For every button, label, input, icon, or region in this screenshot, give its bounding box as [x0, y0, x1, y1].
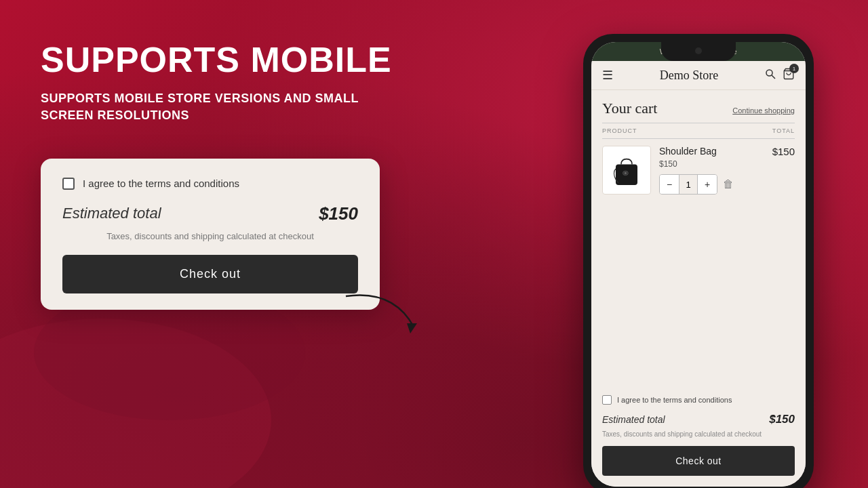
delete-product-button[interactable]: 🗑	[723, 178, 734, 190]
phone-nav: ☰ Demo Store	[591, 61, 806, 90]
svg-marker-0	[407, 323, 417, 333]
main-title: SUPPORTS MOBILE	[41, 41, 570, 79]
phone-product-name: Shoulder Bag	[659, 146, 760, 157]
phone-checkout-section: I agree to the terms and conditions Esti…	[591, 388, 806, 487]
phone-checkout-button[interactable]: Check out	[602, 446, 795, 476]
phone-total-row: Estimated total $150	[602, 413, 795, 426]
phone-agree-row: I agree to the terms and conditions	[602, 395, 795, 405]
phone-camera	[695, 47, 702, 54]
card-estimated-total-label: Estimated total	[62, 205, 161, 222]
phone-notch	[661, 42, 736, 61]
phone-continue-shopping[interactable]: Continue shopping	[732, 106, 795, 115]
sub-title: SUPPORTS MOBILE STORE VERSIONS AND SMALL…	[41, 90, 380, 124]
phone-mockup: Welcome to our store ☰ Demo Store	[583, 34, 814, 488]
phone-agree-checkbox[interactable]	[602, 395, 612, 405]
cart-icon[interactable]: 1	[783, 68, 795, 83]
phone-product-info: Shoulder Bag $150 − 1 + 🗑	[659, 146, 760, 195]
phone-qty-row: − 1 + 🗑	[659, 174, 760, 195]
card-agree-label: I agree to the terms and conditions	[83, 178, 239, 189]
phone-store-name: Demo Store	[618, 68, 760, 83]
phone-product-price-small: $150	[659, 159, 760, 169]
card-total-row: Estimated total $150	[62, 203, 358, 224]
phone-estimated-total-label: Estimated total	[602, 414, 665, 425]
card-checkout-button[interactable]: Check out	[62, 255, 358, 293]
phone-product-row: Shoulder Bag $150 − 1 + 🗑	[602, 146, 795, 195]
product-col-header: PRODUCT	[602, 127, 637, 134]
cart-badge: 1	[789, 64, 799, 73]
phone-cart-title: Your cart	[602, 100, 657, 117]
search-icon[interactable]	[765, 68, 776, 82]
card-tax-note: Taxes, discounts and shipping calculated…	[62, 231, 358, 241]
phone-cart-header: Your cart Continue shopping	[602, 100, 795, 117]
card-agree-row: I agree to the terms and conditions	[62, 178, 358, 190]
phone-screen: Welcome to our store ☰ Demo Store	[591, 42, 806, 487]
floating-card: I agree to the terms and conditions Esti…	[41, 159, 380, 310]
qty-increase-button[interactable]: +	[698, 175, 717, 194]
svg-point-6	[625, 172, 627, 174]
qty-decrease-button[interactable]: −	[660, 175, 679, 194]
phone-nav-icons: 1	[765, 68, 795, 83]
phone-tax-note: Taxes, discounts and shipping calculated…	[602, 430, 795, 438]
hamburger-icon[interactable]: ☰	[602, 68, 613, 83]
right-column: Welcome to our store ☰ Demo Store	[570, 27, 827, 488]
product-image	[602, 146, 651, 195]
svg-point-1	[766, 70, 772, 76]
phone-cart-content: Your cart Continue shopping PRODUCT TOTA…	[591, 90, 806, 388]
phone-total-price: $150	[769, 413, 795, 426]
bag-illustration	[610, 152, 643, 188]
phone-agree-label: I agree to the terms and conditions	[617, 396, 732, 404]
card-total-price: $150	[319, 203, 358, 224]
qty-value: 1	[679, 175, 698, 194]
card-agree-checkbox[interactable]	[62, 178, 75, 190]
phone-table-header: PRODUCT TOTAL	[602, 123, 795, 139]
connector-arrow	[339, 283, 420, 337]
phone-qty-control: − 1 +	[659, 174, 717, 195]
phone-product-total: $150	[768, 146, 795, 157]
svg-line-2	[772, 75, 775, 79]
total-col-header: TOTAL	[772, 127, 795, 134]
left-column: SUPPORTS MOBILE SUPPORTS MOBILE STORE VE…	[41, 27, 570, 310]
